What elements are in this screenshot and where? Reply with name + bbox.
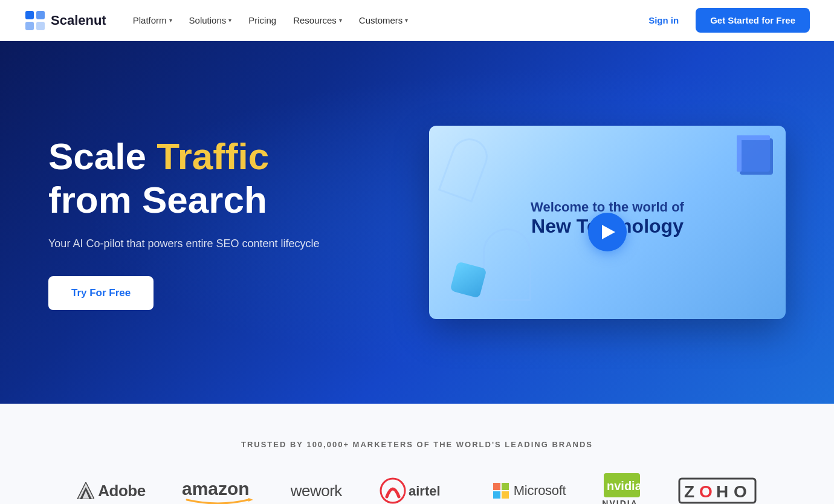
ms-cell-blue: [493, 491, 500, 499]
video-inner: Welcome to the world of New Technology: [429, 126, 786, 319]
play-button[interactable]: [588, 213, 627, 251]
adobe-icon: [77, 482, 94, 499]
svg-text:airtel: airtel: [409, 483, 441, 499]
microsoft-logo: Microsoft: [493, 483, 566, 499]
nvidia-logo: nvidia NVIDIA.: [602, 473, 641, 504]
svg-text:H: H: [716, 482, 728, 501]
deco-3d-bracket: [734, 135, 776, 184]
hero-right: Welcome to the world of New Technology: [429, 126, 786, 319]
svg-rect-6: [737, 135, 770, 140]
hero-left: Scale Traffic from Search Your AI Co-pil…: [48, 135, 393, 310]
nav-resources-label: Resources: [293, 15, 337, 25]
nvidia-text: NVIDIA.: [602, 499, 641, 504]
play-icon: [602, 225, 615, 239]
nav-solutions-label: Solutions: [189, 15, 227, 25]
nvidia-icon: nvidia: [604, 473, 640, 497]
svg-text:amazon: amazon: [182, 479, 250, 499]
nav-item-platform[interactable]: Platform ▾: [126, 10, 179, 30]
sign-in-button[interactable]: Sign in: [641, 10, 686, 30]
get-started-button[interactable]: Get Started for Free: [696, 8, 810, 33]
zoho-logo: Z O H O: [678, 476, 757, 504]
try-for-free-button[interactable]: Try For Free: [48, 276, 154, 310]
logo[interactable]: Scalenut: [24, 10, 106, 31]
nav-platform-label: Platform: [133, 15, 167, 25]
hero-title: Scale Traffic from Search: [48, 135, 393, 221]
platform-chevron-icon: ▾: [169, 17, 172, 24]
brands-section: TRUSTED BY 100,000+ MARKETERS OF THE WOR…: [0, 404, 834, 504]
nav-item-solutions[interactable]: Solutions ▾: [182, 10, 239, 30]
nav-item-resources[interactable]: Resources ▾: [286, 10, 349, 30]
microsoft-grid-icon: [493, 483, 509, 499]
brands-label: TRUSTED BY 100,000+ MARKETERS OF THE WOR…: [48, 440, 786, 449]
navbar: Scalenut Platform ▾ Solutions ▾ Pricing …: [0, 0, 834, 41]
svg-rect-2: [36, 11, 45, 19]
hero-subtitle: Your AI Co-pilot that powers entire SEO …: [48, 236, 393, 252]
nav-items: Platform ▾ Solutions ▾ Pricing Resources…: [126, 10, 416, 30]
wework-logo: wework: [291, 482, 342, 500]
ms-cell-yellow: [502, 491, 509, 499]
hero-traffic-highlight: Traffic: [157, 135, 269, 177]
logo-icon: [24, 10, 46, 31]
adobe-text: Adobe: [98, 482, 145, 500]
video-new-tech-part3: ology: [632, 215, 684, 237]
airtel-icon: airtel: [378, 476, 457, 504]
video-thumbnail[interactable]: Welcome to the world of New Technology: [429, 126, 786, 319]
amazon-logo: amazon: [182, 476, 254, 504]
amazon-icon: amazon: [182, 476, 254, 504]
svg-point-13: [381, 479, 405, 503]
navbar-left: Scalenut Platform ▾ Solutions ▾ Pricing …: [24, 10, 415, 31]
svg-rect-1: [25, 22, 34, 30]
hero-title-line2: from Search: [48, 179, 267, 221]
zoho-icon: Z O H O: [678, 476, 757, 504]
svg-marker-12: [248, 498, 253, 502]
svg-text:O: O: [699, 482, 713, 501]
svg-rect-0: [25, 11, 34, 19]
svg-text:O: O: [734, 482, 747, 501]
wework-text: wework: [291, 482, 342, 500]
solutions-chevron-icon: ▾: [228, 17, 231, 24]
svg-rect-7: [737, 135, 742, 172]
microsoft-text: Microsoft: [514, 483, 566, 499]
navbar-right: Sign in Get Started for Free: [641, 8, 810, 33]
logo-text: Scalenut: [51, 13, 106, 28]
svg-rect-5: [737, 135, 770, 172]
brands-row: Adobe amazon wework airtel: [48, 473, 786, 504]
svg-text:nvidia: nvidia: [607, 479, 640, 493]
ms-cell-green: [502, 483, 509, 490]
ms-cell-red: [493, 483, 500, 490]
svg-rect-3: [36, 22, 45, 30]
resources-chevron-icon: ▾: [339, 17, 342, 24]
nav-customers-label: Customers: [359, 15, 403, 25]
adobe-logo: Adobe: [77, 482, 145, 500]
airtel-logo: airtel: [378, 476, 457, 504]
hero-title-line1: Scale Traffic: [48, 135, 269, 177]
nav-item-pricing[interactable]: Pricing: [241, 10, 283, 30]
customers-chevron-icon: ▾: [405, 17, 408, 24]
nav-pricing-label: Pricing: [248, 15, 276, 25]
hero-section: Scale Traffic from Search Your AI Co-pil…: [0, 41, 834, 404]
svg-text:Z: Z: [684, 482, 694, 501]
nav-item-customers[interactable]: Customers ▾: [352, 10, 416, 30]
